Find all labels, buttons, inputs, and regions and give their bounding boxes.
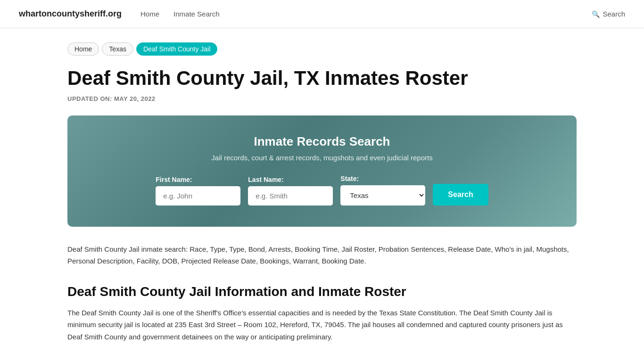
widget-subtitle: Jail records, court & arrest records, mu… <box>96 154 548 162</box>
search-icon: 🔍 <box>592 10 600 18</box>
last-name-group: Last Name: <box>248 176 333 206</box>
breadcrumb: Home Texas Deaf Smith County Jail <box>67 42 577 56</box>
first-name-input[interactable] <box>156 186 240 206</box>
state-group: State: Texas Alabama Alaska Arizona Arka… <box>340 175 425 206</box>
breadcrumb-jail: Deaf Smith County Jail <box>136 42 217 56</box>
search-form: First Name: Last Name: State: Texas Alab… <box>96 175 548 206</box>
page-title: Deaf Smith County Jail, TX Inmates Roste… <box>67 67 577 90</box>
widget-title: Inmate Records Search <box>96 134 548 149</box>
state-label: State: <box>340 175 359 182</box>
first-name-group: First Name: <box>156 176 240 206</box>
first-name-label: First Name: <box>156 176 192 183</box>
section-body: The Deaf Smith County Jail is one of the… <box>67 307 577 343</box>
state-select[interactable]: Texas Alabama Alaska Arizona Arkansas Ca… <box>340 185 425 206</box>
description-text: Deaf Smith County Jail inmate search: Ra… <box>67 244 577 267</box>
nav-link-inmate-search[interactable]: Inmate Search <box>173 10 220 18</box>
section-heading: Deaf Smith County Jail Information and I… <box>67 284 577 299</box>
last-name-input[interactable] <box>248 186 333 206</box>
navbar-search[interactable]: 🔍 Search <box>592 10 625 18</box>
navbar-search-label: Search <box>603 10 625 18</box>
main-content: Home Texas Deaf Smith County Jail Deaf S… <box>49 28 595 362</box>
last-name-label: Last Name: <box>248 176 283 183</box>
breadcrumb-texas[interactable]: Texas <box>102 42 133 56</box>
navbar-brand[interactable]: whartoncountysheriff.org <box>19 9 122 19</box>
navbar-nav: Home Inmate Search <box>140 10 573 18</box>
updated-on: UPDATED ON: MAY 20, 2022 <box>67 95 577 102</box>
nav-link-home[interactable]: Home <box>140 10 159 18</box>
breadcrumb-home[interactable]: Home <box>67 42 99 56</box>
search-button[interactable]: Search <box>433 184 488 206</box>
search-widget: Inmate Records Search Jail records, cour… <box>67 115 577 227</box>
navbar: whartoncountysheriff.org Home Inmate Sea… <box>0 0 644 28</box>
